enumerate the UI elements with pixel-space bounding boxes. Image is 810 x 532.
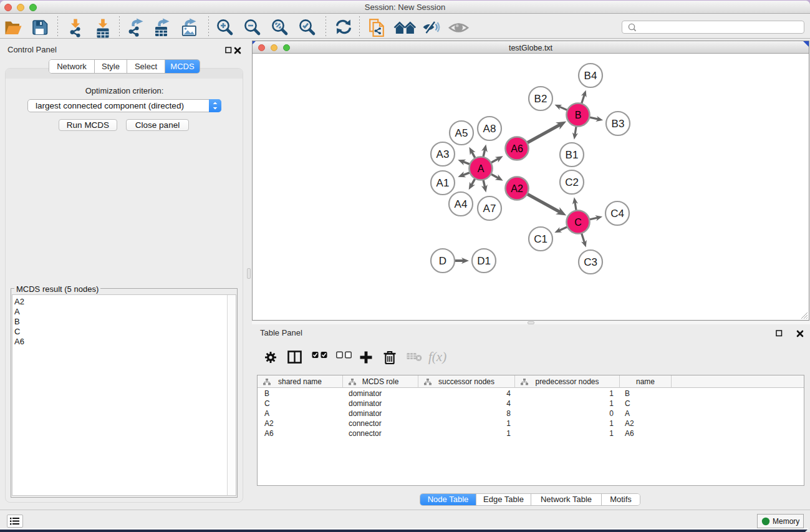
svg-text:C1: C1 — [534, 233, 547, 245]
svg-text:C4: C4 — [610, 208, 624, 220]
svg-text:D1: D1 — [477, 255, 491, 267]
svg-text:B: B — [575, 110, 582, 120]
svg-text:C2: C2 — [565, 177, 579, 188]
svg-text:B3: B3 — [612, 118, 625, 130]
svg-text:B4: B4 — [584, 70, 597, 82]
svg-text:A4: A4 — [455, 198, 468, 210]
svg-text:A3: A3 — [436, 148, 450, 160]
svg-text:B1: B1 — [566, 149, 579, 161]
svg-text:C3: C3 — [584, 256, 597, 268]
svg-text:A8: A8 — [483, 123, 496, 135]
svg-text:D: D — [439, 255, 446, 267]
svg-text:A6: A6 — [511, 143, 523, 154]
svg-text:B2: B2 — [534, 93, 547, 105]
svg-text:A1: A1 — [436, 177, 450, 189]
svg-text:A: A — [478, 163, 485, 174]
svg-text:C: C — [574, 217, 582, 228]
svg-text:A7: A7 — [483, 203, 496, 215]
svg-text:A5: A5 — [455, 127, 468, 139]
svg-text:A2: A2 — [511, 183, 523, 194]
